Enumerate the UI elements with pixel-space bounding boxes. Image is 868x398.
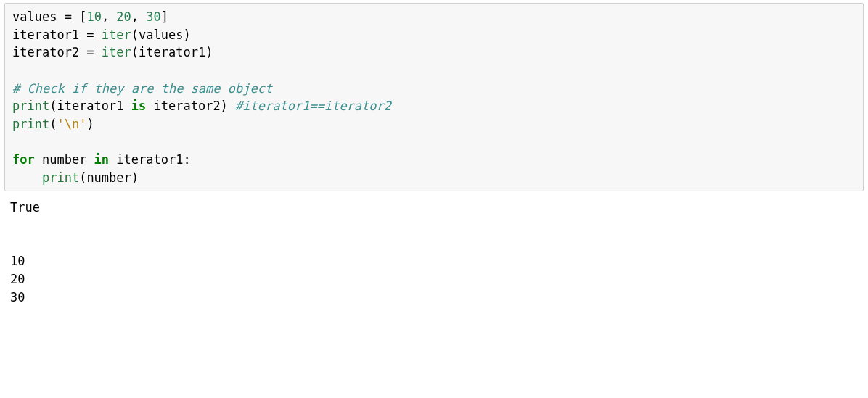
code-comment: #iterator1==iterator2 [235,99,391,113]
code-token: iterator1: [109,152,191,167]
code-token: print [12,99,49,113]
code-token: = [86,45,94,59]
code-token: (iterator1 [49,99,131,113]
output-line: True [10,200,40,215]
code-token: 20 [116,9,131,24]
code-token: , [131,9,146,24]
code-token: 10 [86,9,101,24]
output-line: 10 [10,254,25,268]
code-token: iter [102,45,131,59]
code-token: = [86,28,94,42]
code-comment: # Check if they are the same object [12,81,272,96]
code-token: ] [161,9,168,24]
code-token: iterator2 [12,45,86,59]
code-token: iter [102,28,131,42]
code-token: 30 [146,9,160,24]
code-input-cell: values = [10, 20, 30] iterator1 = iter(v… [4,3,864,191]
code-token: , [102,9,116,24]
code-token: (number) [79,170,139,185]
code-keyword: for [12,152,35,167]
code-token: ) [86,117,94,131]
code-token: print [12,117,49,131]
code-token [94,28,102,42]
code-token: values [12,9,65,24]
code-token: [ [72,9,86,24]
code-token: (iterator1) [131,45,213,59]
code-token: print [42,170,79,185]
output-line: 30 [10,290,25,304]
code-token [12,170,42,185]
code-token: iterator2) [146,99,235,113]
code-token: = [65,9,72,24]
code-token: ( [49,117,57,131]
code-keyword: is [131,99,146,113]
code-token: iterator1 [12,28,86,42]
code-string: '\n' [57,117,86,131]
code-output-cell: True 10 20 30 [0,196,868,313]
output-line: 20 [10,272,25,286]
code-keyword: in [94,152,109,167]
code-token [94,45,102,59]
code-token: (values) [131,28,191,42]
code-token: number [35,152,94,167]
